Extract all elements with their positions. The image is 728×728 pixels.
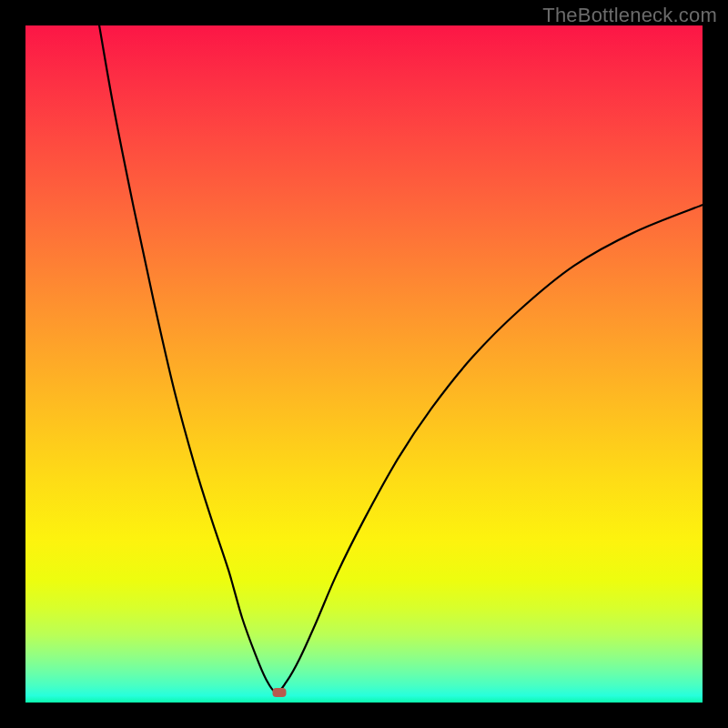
watermark-text: TheBottleneck.com — [542, 4, 717, 27]
optimal-point-marker — [273, 688, 287, 697]
chart-frame: TheBottleneck.com — [0, 0, 728, 728]
bottleneck-curve — [25, 25, 703, 703]
plot-area — [25, 25, 703, 703]
